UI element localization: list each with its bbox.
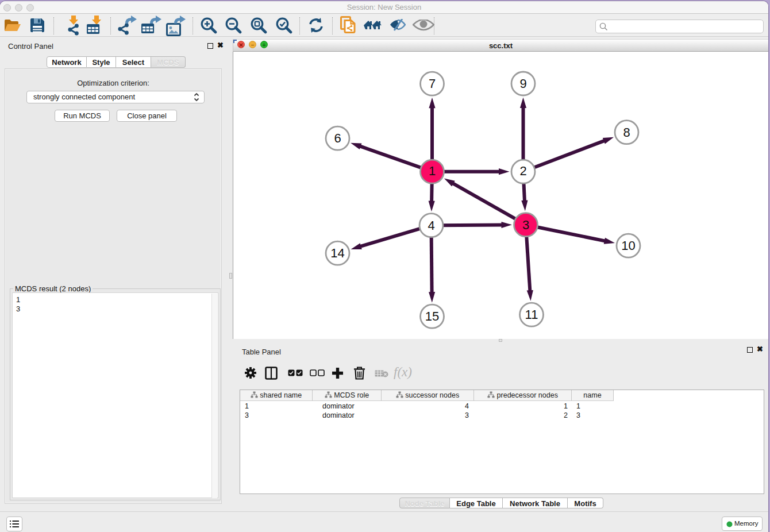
svg-text:2: 2 (519, 164, 526, 179)
svg-text:3: 3 (522, 218, 529, 232)
svg-text:1: 1 (429, 164, 436, 179)
svg-text:8: 8 (623, 125, 630, 140)
svg-text:4: 4 (428, 218, 434, 233)
svg-text:14: 14 (330, 246, 344, 260)
svg-text:7: 7 (429, 76, 436, 91)
svg-text:9: 9 (519, 76, 526, 91)
svg-text:15: 15 (425, 309, 439, 323)
svg-text:10: 10 (621, 238, 635, 253)
svg-text:6: 6 (334, 131, 341, 145)
svg-text:11: 11 (525, 307, 538, 322)
